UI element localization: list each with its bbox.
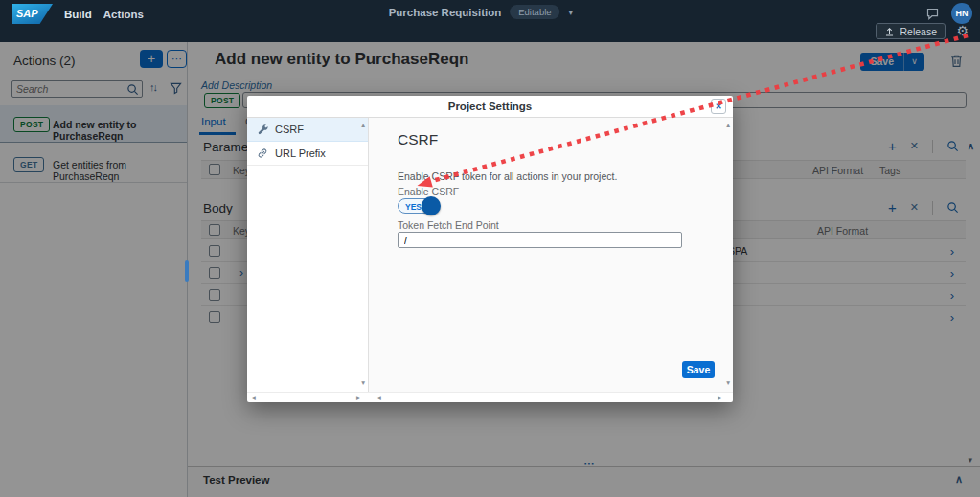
scrollbar-left-arrow[interactable]: ◂: [377, 395, 381, 402]
scrollbar-down-arrow[interactable]: ▾: [361, 379, 365, 387]
project-name: Purchase Requisition: [389, 7, 502, 18]
settings-gear-icon[interactable]: ⚙: [956, 23, 969, 38]
top-bar: SAP Build Actions Purchase Requisition E…: [0, 0, 980, 42]
toggle-state-label: YES: [405, 202, 422, 212]
release-label: Release: [900, 26, 937, 37]
release-button[interactable]: Release: [876, 23, 946, 39]
token-endpoint-input[interactable]: [398, 232, 682, 248]
scrollbar-left-arrow[interactable]: ◂: [252, 395, 256, 402]
app-screen: SAP Build Actions Purchase Requisition E…: [0, 0, 980, 497]
settings-nav: CSRF URL Prefix ▴ ▾: [247, 118, 369, 392]
csrf-settings-panel: CSRF Enable CSRF token for all actions i…: [369, 118, 733, 392]
scrollbar-up-arrow[interactable]: ▴: [361, 122, 365, 129]
nav-item-label: URL Prefix: [275, 147, 326, 159]
app-name: Actions: [103, 9, 144, 20]
enable-csrf-toggle[interactable]: YES: [398, 198, 440, 214]
wrench-icon: [257, 124, 268, 135]
nav-item-csrf[interactable]: CSRF: [247, 118, 368, 142]
dialog-header: Project Settings ✕: [247, 96, 733, 118]
token-endpoint-label: Token Fetch End Point: [398, 219, 499, 231]
feedback-icon[interactable]: [925, 7, 940, 21]
brand: SAP Build Actions: [12, 4, 144, 24]
sap-logo[interactable]: SAP: [12, 4, 53, 24]
link-icon: [257, 147, 268, 159]
panel-heading: CSRF: [398, 131, 438, 148]
scrollbar-up-arrow[interactable]: ▴: [726, 122, 730, 129]
project-settings-dialog: Project Settings ✕ CSRF URL Prefix ▴ ▾ C…: [247, 96, 733, 402]
avatar[interactable]: HN: [951, 3, 972, 24]
horizontal-scrollbars: ◂ ▸ ◂ ▸: [247, 392, 733, 401]
topbar-actions: HN: [925, 3, 972, 24]
sidebar-splitter-handle[interactable]: [185, 260, 189, 282]
sap-logo-text: SAP: [16, 8, 38, 19]
project-switcher[interactable]: Purchase Requisition Editable ▾: [389, 5, 573, 19]
project-status-badge: Editable: [510, 5, 559, 19]
upload-icon: [884, 26, 895, 37]
nav-item-label: CSRF: [275, 124, 304, 135]
avatar-initials: HN: [956, 9, 969, 18]
nav-item-url-prefix[interactable]: URL Prefix: [247, 142, 368, 166]
csrf-description: Enable CSRF token for all actions in you…: [398, 170, 617, 182]
scrollbar-right-arrow[interactable]: ▸: [356, 395, 360, 402]
scrollbar-down-arrow[interactable]: ▾: [726, 379, 730, 387]
chevron-down-icon[interactable]: ▾: [569, 8, 574, 17]
product-name: Build: [64, 9, 92, 20]
close-icon[interactable]: ✕: [711, 99, 726, 114]
scrollbar-right-arrow[interactable]: ▸: [718, 395, 721, 402]
dialog-title: Project Settings: [448, 101, 533, 112]
dialog-save-button[interactable]: Save: [682, 361, 715, 378]
toggle-knob[interactable]: [422, 196, 441, 215]
